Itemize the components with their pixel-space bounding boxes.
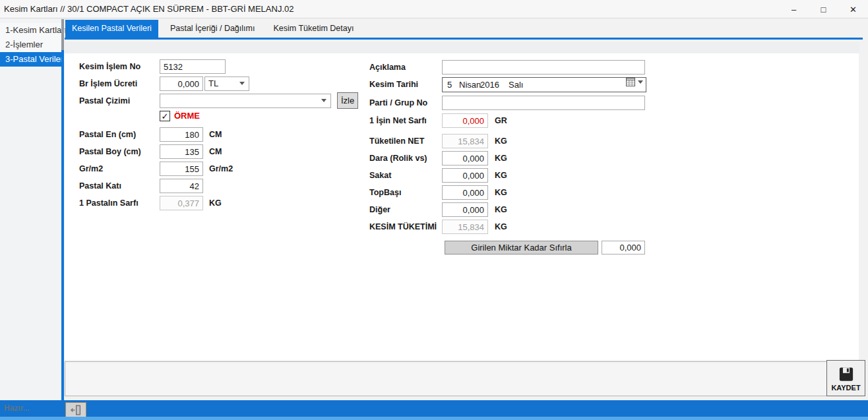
kaydet-label: KAYDET [831, 384, 860, 392]
br-islem-ucreti-label: Br İşlem Ücreti [79, 76, 137, 91]
window-controls: – □ ✕ [779, 0, 868, 18]
dara-input[interactable] [442, 151, 488, 165]
isin-net-sarfi-unit: GR [495, 113, 507, 128]
pastal-boy-unit: CM [209, 144, 222, 159]
pastal-cizimi-select[interactable] [160, 94, 331, 108]
topbasi-label: TopBaşı [369, 185, 401, 200]
calendar-icon [626, 78, 635, 86]
girilen-miktar-sifirla-button[interactable]: Girilen Miktar Kadar Sıfırla [445, 241, 598, 255]
kesim-islem-no-input[interactable] [160, 59, 226, 74]
minimize-icon: – [791, 5, 796, 15]
parti-grup-no-input[interactable] [442, 96, 645, 110]
diger-label: Diğer [369, 202, 390, 217]
kesim-tarihi-label: Kesim Tarihi [369, 77, 418, 92]
kesim-tuketimi-label: KESİM TÜKETİMİ [369, 220, 437, 234]
sakat-label: Sakat [369, 168, 391, 183]
date-day: 5 [447, 78, 452, 92]
pastal-kati-label: Pastal Katı [79, 179, 121, 193]
gr-m2-unit: Gr/m2 [209, 162, 233, 176]
tab-pastal-icerigi-dagilimi[interactable]: Pastal İçeriği / Dağılımı [164, 20, 262, 38]
tuketilen-net-input [442, 134, 488, 148]
save-floppy-icon [836, 365, 856, 383]
maximize-icon: □ [821, 5, 826, 15]
orme-label: ÖRME [174, 110, 200, 122]
sakat-input[interactable] [442, 168, 488, 183]
kesim-tarihi-datepicker[interactable]: 5 Nisan 2016 Salı [442, 77, 646, 92]
pastalin-sarfi-label: 1 Pastalın Sarfı [79, 196, 139, 210]
minimize-button[interactable]: – [779, 0, 809, 18]
chevron-down-icon [239, 82, 245, 85]
gr-m2-label: Gr/m2 [79, 162, 103, 176]
chevron-down-icon [321, 99, 326, 102]
title-bar: Kesim Kartları // 30/1 COMPACT AÇIK EN S… [0, 0, 868, 18]
kesim-islem-no-label: Kesim İşlem No [79, 59, 140, 74]
aciklama-label: Açıklama [369, 60, 406, 75]
currency-value: TL [208, 77, 218, 90]
parti-grup-no-label: Parti / Grup No [369, 96, 427, 110]
date-weekday: Salı [509, 78, 523, 92]
pastal-boy-input[interactable] [160, 144, 203, 159]
tuketilen-net-label: Tüketilen NET [369, 134, 424, 148]
checkmark-icon: ✓ [162, 111, 169, 121]
orme-checkbox[interactable]: ✓ [160, 111, 170, 121]
chevron-down-icon [638, 80, 643, 84]
sidebar-item-kesim-kartlari[interactable]: 1-Kesim Kartları [0, 23, 61, 38]
window-title: Kesim Kartları // 30/1 COMPACT AÇIK EN S… [4, 0, 294, 18]
sidebar-item-pastal-verileri[interactable]: 3-Pastal Verileri [0, 52, 61, 67]
footer-bar [65, 361, 864, 396]
form-panel: Kesim İşlem No Br İşlem Ücreti TL Pastal… [65, 53, 859, 360]
pastal-en-input[interactable] [160, 127, 203, 142]
exit-door-icon [70, 405, 82, 415]
app-window: Kesim Kartları // 30/1 COMPACT AÇIK EN S… [0, 0, 868, 420]
izle-button[interactable]: İzle [337, 92, 358, 109]
pastal-en-unit: CM [209, 127, 222, 142]
kesim-tuketimi-unit: KG [495, 220, 507, 234]
tab-strip: Kesilen Pastal Verileri Pastal İçeriği /… [65, 20, 365, 38]
tab-kesim-tuketim-detayi[interactable]: Kesim Tüketim Detayı [266, 20, 360, 38]
pastalin-sarfi-unit: KG [209, 196, 222, 210]
sifirla-amount-input[interactable] [602, 241, 645, 255]
tab-kesilen-pastal-verileri[interactable]: Kesilen Pastal Verileri [65, 20, 158, 38]
close-button[interactable]: ✕ [838, 0, 868, 18]
diger-unit: KG [495, 202, 507, 217]
exit-button[interactable] [65, 402, 86, 417]
pastal-en-label: Pastal En (cm) [79, 127, 136, 142]
close-icon: ✕ [850, 5, 857, 15]
date-year: 2016 [480, 78, 499, 92]
status-text: Hazır... [4, 400, 30, 417]
status-bar: Hazır... [0, 400, 868, 420]
dara-unit: KG [495, 151, 507, 165]
aciklama-input[interactable] [442, 60, 645, 75]
topbasi-unit: KG [495, 185, 507, 200]
isin-net-sarfi-input [442, 113, 488, 128]
sakat-unit: KG [495, 168, 507, 183]
br-islem-ucreti-input[interactable] [160, 76, 203, 91]
sidebar-divider [61, 19, 64, 50]
panel-top-band [65, 42, 859, 53]
date-month: Nisan [459, 78, 481, 92]
pastal-cizimi-label: Pastal Çizimi [79, 94, 130, 108]
topbasi-input[interactable] [442, 185, 488, 200]
pastal-kati-input[interactable] [160, 179, 203, 193]
isin-net-sarfi-label: 1 İşin Net Sarfı [369, 113, 427, 128]
tab-underline [65, 38, 863, 40]
currency-select[interactable]: TL [204, 76, 249, 91]
sidebar: 1-Kesim Kartları 2-İşlemler 3-Pastal Ver… [0, 19, 61, 400]
tuketilen-net-unit: KG [495, 134, 507, 148]
sidebar-item-islemler[interactable]: 2-İşlemler [0, 38, 61, 52]
kesim-tuketimi-input [442, 220, 488, 234]
dara-label: Dara (Rolik vs) [369, 151, 427, 165]
kaydet-button[interactable]: KAYDET [826, 360, 865, 396]
sidebar-accent-border [61, 50, 64, 400]
status-bar-strip [0, 417, 868, 420]
maximize-button[interactable]: □ [809, 0, 838, 18]
pastal-boy-label: Pastal Boy (cm) [79, 144, 141, 159]
date-dropdown[interactable] [626, 78, 643, 86]
gr-m2-input[interactable] [160, 162, 203, 176]
pastalin-sarfi-input [160, 196, 203, 210]
diger-input[interactable] [442, 202, 488, 217]
